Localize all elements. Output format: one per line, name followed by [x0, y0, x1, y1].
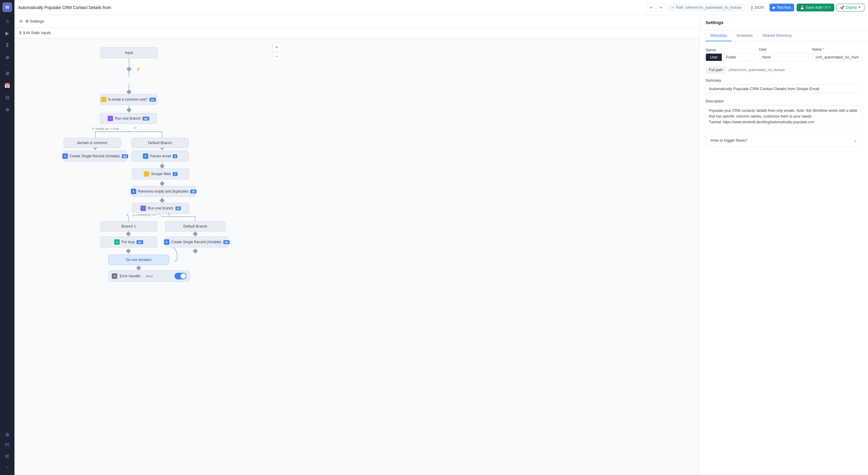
- summary-input[interactable]: [706, 85, 862, 93]
- json-icon: {}: [750, 5, 753, 10]
- dollar-icon: $: [19, 31, 22, 35]
- airtable-icon-4: A: [164, 239, 169, 245]
- do-one-iteration-box[interactable]: Do one iteration: [108, 255, 169, 265]
- python-icon: 🐍: [101, 97, 106, 102]
- parses-email-badge: a: [173, 154, 178, 158]
- how-to-trigger-section[interactable]: How to trigger flows? ⌄: [706, 134, 862, 147]
- folder-btn[interactable]: Folder: [722, 54, 741, 61]
- branch-icon-1: ⑂: [107, 116, 113, 121]
- name-label: Name: [812, 47, 862, 52]
- run-branch-badge: ap: [143, 117, 149, 121]
- name-col: Name: [812, 47, 862, 62]
- owner-label: Owner: [706, 48, 755, 52]
- create-single-record-1-node[interactable]: A Create Single Record (Airtable) aq: [64, 151, 127, 162]
- static-inputs-bar[interactable]: $ $ All Static Inputs: [14, 28, 699, 38]
- settings-panel: Settings Metadata Schedule Shared Direct…: [699, 15, 868, 475]
- deploy-chevron-icon: ▼: [858, 6, 861, 9]
- error-handler-box[interactable]: ⚙ Error handler deno: [108, 271, 190, 282]
- name-input[interactable]: [812, 53, 862, 62]
- save-shortcut: Ctrl S: [824, 6, 831, 9]
- branch-1-box[interactable]: Branch 1: [100, 221, 157, 231]
- undo-redo-group: ↩ ↪: [647, 3, 665, 12]
- owner-col: Owner User Folder: [706, 48, 755, 61]
- loop-icon-2: ⟲: [167, 212, 170, 216]
- sidebar-divider: [3, 65, 11, 65]
- parses-email-node[interactable]: A Parses email a: [131, 151, 189, 162]
- airtable-icon-1: A: [62, 153, 68, 159]
- tab-schedule[interactable]: Schedule: [732, 30, 757, 41]
- domain-is-common-box[interactable]: domain is common: [64, 138, 121, 148]
- redo-button[interactable]: ↪: [656, 3, 665, 12]
- is-email-node[interactable]: 🐍 Is email a common one? ao: [100, 94, 157, 105]
- tab-metadata[interactable]: Metadata: [706, 30, 732, 41]
- save-draft-button[interactable]: 💾 Save draft Ctrl S: [797, 4, 834, 11]
- user-btn[interactable]: User: [706, 54, 722, 61]
- page-title: Automatically Populate CRM Contact Detai…: [18, 5, 644, 10]
- flow-panel: ⚙ ⚙ Settings $ $ All Static Inputs + −: [14, 15, 699, 475]
- description-label: Description: [706, 99, 862, 103]
- connector-diamond-4: [160, 164, 165, 169]
- for-loop-node[interactable]: ↻ For loop ac: [100, 236, 157, 248]
- description-text: Populate your CRM contacts' details from…: [706, 105, 862, 128]
- sidebar-icon-workers[interactable]: ⊛: [2, 104, 13, 115]
- user-col: User: [759, 47, 809, 62]
- test-flow-button[interactable]: ▶ Test flow: [770, 4, 794, 11]
- undo-button[interactable]: ↩: [647, 3, 656, 12]
- sidebar-icon-schedule[interactable]: 📅: [2, 80, 13, 91]
- create-single-record-2-node[interactable]: A Create Single Record (Airtable) an: [165, 236, 228, 248]
- full-path-badge: Full path: [706, 66, 726, 73]
- run-branch-2-badge: al: [176, 207, 181, 210]
- sidebar-icon-flows[interactable]: ▶: [2, 28, 13, 39]
- is-email-badge: ao: [150, 98, 156, 102]
- default-branch-1-box[interactable]: Default Branch: [131, 138, 189, 148]
- sidebar-icon-expand[interactable]: →: [2, 462, 13, 473]
- connector-diamond-5: [160, 181, 165, 186]
- sidebar-icon-home[interactable]: ⌂: [2, 16, 13, 27]
- connector-diamond-6: [160, 198, 165, 203]
- zoom-out-button[interactable]: −: [273, 52, 281, 61]
- sidebar-icon-variables[interactable]: ⊞: [2, 68, 13, 79]
- scrape-web-badge: c: [173, 172, 178, 176]
- zoom-in-button[interactable]: +: [273, 43, 281, 52]
- sidebar-icon-apps[interactable]: $: [2, 40, 13, 51]
- error-handler-toggle[interactable]: [175, 273, 187, 279]
- removes-badge: ak: [190, 190, 196, 193]
- run-one-branch-2-node[interactable]: ⑂ Run one branch al: [132, 203, 189, 214]
- how-to-trigger-label: How to trigger flows?: [711, 138, 747, 142]
- sidebar-bottom: ⚙ ⛩ ⑆ →: [2, 429, 13, 473]
- connector-diamond-left-2: [126, 231, 131, 236]
- flow-diagram: + −: [14, 38, 286, 310]
- error-gear-icon: ⚙: [112, 273, 117, 279]
- run-one-branch-node[interactable]: ⑂ Run one branch ap: [100, 113, 157, 124]
- summary-label: Summary: [706, 78, 862, 83]
- flow-canvas[interactable]: + −: [14, 38, 699, 475]
- deploy-icon: 🚀: [840, 5, 844, 10]
- connector-diamond-1: [127, 67, 132, 72]
- user-input[interactable]: [759, 53, 809, 62]
- removes-empty-node[interactable]: A Removes empty and duplicates ak: [132, 186, 195, 197]
- sidebar-icon-extensions[interactable]: ⛩: [2, 440, 13, 451]
- create-record-1-badge: aq: [122, 154, 128, 158]
- scrape-web-node[interactable]: 🐍 Scrape Web c: [132, 168, 189, 179]
- connector-diamond-fl: [126, 249, 131, 254]
- full-path-row: Full path u/henri/crm_automated_no_human: [706, 66, 862, 73]
- tab-shared-directory[interactable]: Shared Directory: [757, 30, 797, 41]
- sidebar-icon-resources[interactable]: ⊕: [2, 52, 13, 63]
- deploy-button[interactable]: 🚀 Deploy ▼: [837, 4, 864, 11]
- input-node[interactable]: Input: [100, 47, 158, 58]
- sidebar-icon-groups[interactable]: ⊟: [2, 92, 13, 103]
- airtable-icon-3: A: [131, 189, 136, 194]
- path-label: Path: [676, 5, 684, 10]
- input-node-label: Input: [125, 51, 133, 55]
- connector-diamond-iter: [136, 265, 141, 271]
- description-section: Description Populate your CRM contacts' …: [706, 99, 862, 128]
- json-button[interactable]: {} JSON: [747, 4, 767, 11]
- sidebar-icon-github[interactable]: ⑆: [2, 451, 13, 462]
- sidebar-icon-settings[interactable]: ⚙: [2, 429, 13, 440]
- user-label: User: [759, 47, 809, 52]
- for-loop-badge: ac: [136, 240, 143, 244]
- default-branch-2-box[interactable]: Default Branch: [165, 221, 225, 231]
- play-icon: ▶: [773, 5, 775, 10]
- connector-diamond-2: [127, 90, 132, 95]
- app-logo[interactable]: W: [2, 2, 12, 12]
